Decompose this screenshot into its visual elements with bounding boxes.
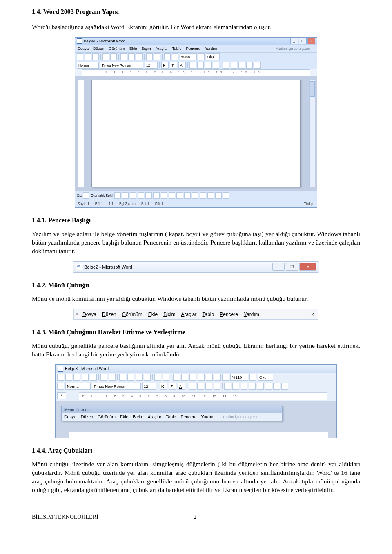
floating-menu-title[interactable]: Menü Çubuğu bbox=[62, 406, 282, 413]
copy-icon[interactable] bbox=[128, 53, 135, 60]
font-select[interactable]: Times New Roman bbox=[92, 383, 141, 390]
horizontal-ruler[interactable]: 1 2 3 4 5 6 7 8 9 10 11 12 13 14 15 16 bbox=[82, 69, 310, 76]
redo-icon[interactable] bbox=[163, 374, 169, 381]
open-icon[interactable] bbox=[85, 53, 91, 60]
vertical-ruler[interactable] bbox=[78, 80, 84, 187]
formatting-toolbar[interactable]: Normal Times New Roman 12 K T A bbox=[75, 61, 317, 69]
draw-label[interactable]: Çiz bbox=[77, 194, 82, 198]
textbox-icon[interactable] bbox=[145, 192, 152, 199]
highlight-icon[interactable] bbox=[273, 383, 280, 390]
undo-icon[interactable] bbox=[154, 374, 161, 381]
dash-icon[interactable] bbox=[200, 192, 206, 199]
line-icon[interactable] bbox=[114, 192, 121, 199]
menu-bicim[interactable]: Biçim bbox=[160, 311, 178, 317]
bold-button[interactable]: K bbox=[160, 383, 167, 390]
vertical-scrollbar[interactable] bbox=[309, 80, 315, 187]
zoom-select[interactable]: %100 bbox=[180, 53, 197, 60]
menu-gorunum[interactable]: Görünüm bbox=[119, 311, 145, 317]
shadow-icon[interactable] bbox=[215, 192, 222, 199]
borders-icon[interactable] bbox=[238, 62, 245, 69]
justify-icon[interactable] bbox=[214, 383, 220, 390]
fontcolor-icon[interactable] bbox=[254, 62, 261, 69]
style-select[interactable]: Normal bbox=[65, 383, 91, 390]
oku-button[interactable]: Oku bbox=[258, 374, 273, 381]
menu-duzen[interactable]: Düzen bbox=[93, 46, 104, 51]
numlist-icon[interactable] bbox=[232, 383, 239, 390]
paste-icon[interactable] bbox=[136, 374, 143, 381]
menu-ekle[interactable]: Ekle bbox=[129, 46, 137, 51]
titlebar-example[interactable]: Belge2 - Microsoft Word – ☐ ✕ bbox=[73, 261, 319, 273]
redo-icon[interactable] bbox=[154, 53, 160, 60]
menu-yardim[interactable]: Yardım bbox=[241, 311, 262, 317]
font-select[interactable]: Times New Roman bbox=[100, 62, 143, 69]
menu-dosya[interactable]: Dosya bbox=[64, 414, 76, 419]
help-icon[interactable] bbox=[249, 374, 256, 381]
menu-gorunum[interactable]: Görünüm bbox=[98, 414, 116, 419]
styles-icon[interactable] bbox=[57, 383, 64, 390]
lineweight-icon[interactable] bbox=[192, 192, 198, 199]
menu-tablo[interactable]: Tablo bbox=[200, 311, 217, 317]
menu-pencere[interactable]: Pencere bbox=[180, 414, 196, 419]
help-icon[interactable] bbox=[198, 53, 205, 60]
menu-tablo[interactable]: Tablo bbox=[166, 414, 176, 419]
rect-icon[interactable] bbox=[130, 192, 136, 199]
print-icon[interactable] bbox=[102, 53, 109, 60]
excel-icon[interactable] bbox=[189, 374, 196, 381]
para-icon[interactable] bbox=[222, 374, 229, 381]
floating-menubar[interactable]: Menü Çubuğu Dosya Düzen Görünüm Ekle Biç… bbox=[61, 406, 283, 421]
underline-button[interactable]: A bbox=[178, 62, 186, 69]
menu-bicim[interactable]: Biçim bbox=[133, 414, 143, 419]
indent-inc-icon[interactable] bbox=[257, 383, 264, 390]
table-icon[interactable] bbox=[164, 53, 171, 60]
underline-button[interactable]: A bbox=[178, 383, 185, 390]
arrow-icon[interactable] bbox=[122, 192, 129, 199]
size-select[interactable]: 12 bbox=[145, 62, 158, 69]
title-bar[interactable]: Belge3 - Microsoft Word bbox=[56, 365, 336, 373]
align-left-icon[interactable] bbox=[189, 62, 196, 69]
new-icon[interactable] bbox=[57, 374, 64, 381]
minimize-button[interactable]: – bbox=[272, 263, 285, 271]
menu-dosya[interactable]: Dosya bbox=[80, 311, 99, 317]
save-icon[interactable] bbox=[92, 53, 99, 60]
menubar-example[interactable]: Dosya Düzen Görünüm Ekle Biçim Araçlar T… bbox=[74, 309, 318, 320]
columns-icon[interactable] bbox=[172, 53, 178, 60]
linespace-icon[interactable] bbox=[224, 383, 231, 390]
new-icon[interactable] bbox=[77, 53, 83, 60]
fontcolor-icon[interactable] bbox=[281, 383, 288, 390]
align-right-icon[interactable] bbox=[205, 383, 212, 390]
menu-duzen[interactable]: Düzen bbox=[99, 311, 119, 317]
oval-icon[interactable] bbox=[138, 192, 144, 199]
preview-icon[interactable] bbox=[110, 53, 117, 60]
close-button[interactable]: × bbox=[307, 38, 315, 44]
bold-button[interactable]: K bbox=[161, 62, 169, 69]
bullist-icon[interactable] bbox=[241, 383, 247, 390]
undo-icon[interactable] bbox=[146, 53, 153, 60]
maximize-button[interactable]: ☐ bbox=[286, 263, 298, 271]
menu-araclar[interactable]: Araçlar bbox=[156, 46, 168, 51]
italic-button[interactable]: T bbox=[170, 62, 177, 69]
map-icon[interactable] bbox=[214, 374, 221, 381]
align-right-icon[interactable] bbox=[205, 62, 212, 69]
menu-duzen[interactable]: Düzen bbox=[81, 414, 93, 419]
open-icon[interactable] bbox=[65, 374, 72, 381]
drawing-toolbar[interactable]: Çiz Otomatik Şekil bbox=[75, 191, 317, 200]
copy-icon[interactable] bbox=[127, 374, 134, 381]
size-select[interactable]: 12 bbox=[142, 383, 156, 390]
link-icon[interactable] bbox=[173, 374, 180, 381]
close-doc-button[interactable]: × bbox=[309, 311, 316, 317]
drawing-icon[interactable] bbox=[206, 374, 213, 381]
title-bar[interactable]: Belge1 - Microsoft Word _ ☐ × bbox=[75, 38, 317, 45]
menu-dosya[interactable]: Dosya bbox=[78, 46, 89, 51]
menu-pencere[interactable]: Pencere bbox=[217, 311, 241, 317]
menu-ekle[interactable]: Ekle bbox=[145, 311, 160, 317]
columns-icon[interactable] bbox=[198, 374, 205, 381]
grip-icon[interactable] bbox=[76, 311, 78, 318]
table-icon[interactable] bbox=[181, 374, 188, 381]
menu-bar[interactable]: Dosya Düzen Görünüm Ekle Biçim Araçlar T… bbox=[75, 45, 317, 52]
linecolor-icon[interactable] bbox=[176, 192, 183, 199]
cut-icon[interactable] bbox=[119, 374, 126, 381]
research-icon[interactable] bbox=[109, 374, 116, 381]
select-icon[interactable] bbox=[83, 192, 89, 199]
close-button[interactable]: ✕ bbox=[299, 263, 316, 271]
align-center-icon[interactable] bbox=[197, 383, 204, 390]
